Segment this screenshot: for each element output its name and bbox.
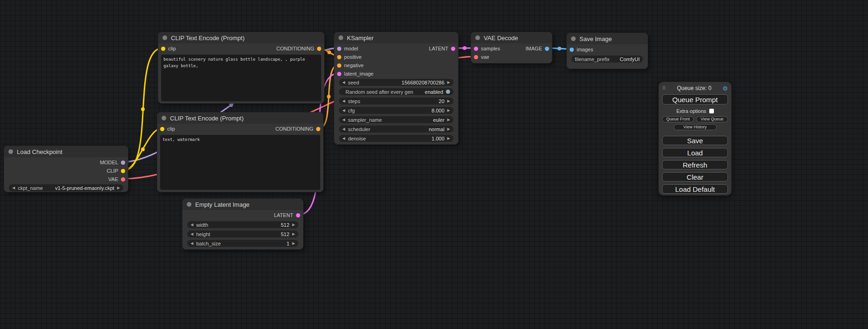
node-title: Save Image: [579, 35, 612, 42]
decrement-arrow-icon[interactable]: ◀: [342, 127, 345, 131]
clip-input-slot-dot[interactable]: [161, 47, 165, 51]
drag-handle-icon[interactable]: ⠿: [662, 86, 666, 91]
increment-arrow-icon[interactable]: ▶: [447, 99, 450, 103]
widget-value: normal: [429, 126, 445, 132]
decrement-arrow-icon[interactable]: ◀: [191, 242, 193, 245]
save-image-node[interactable]: Save Image images filename_prefix ComfyU…: [566, 33, 648, 69]
load-checkpoint-node[interactable]: Load Checkpoint MODEL CLIP VAE: [4, 146, 128, 192]
collapse-dot-icon[interactable]: [187, 202, 191, 207]
model-input-slot-dot[interactable]: [337, 47, 341, 51]
ksampler-title-bar[interactable]: KSampler: [334, 32, 458, 43]
widget-name: batch_size: [196, 241, 221, 246]
node-title: CLIP Text Encode (Prompt): [171, 35, 245, 42]
extra-options-checkbox[interactable]: [709, 109, 714, 113]
conditioning-output-slot-dot[interactable]: [316, 127, 320, 131]
increment-arrow-icon[interactable]: ▶: [447, 118, 450, 122]
latent-output-slot-dot[interactable]: [451, 47, 455, 51]
increment-arrow-icon[interactable]: ▶: [117, 186, 120, 190]
decrement-arrow-icon[interactable]: ◀: [191, 223, 193, 227]
clip-text-encode-negative-title-bar[interactable]: CLIP Text Encode (Prompt): [157, 112, 323, 124]
save-image-title-bar[interactable]: Save Image: [567, 33, 648, 44]
menu-panel: ⠿ Queue size: 0 ⚙ Queue Prompt Extra opt…: [658, 82, 732, 196]
collapse-dot-icon[interactable]: [475, 35, 480, 40]
steps-widget[interactable]: ◀ steps 20 ▶: [339, 98, 453, 105]
sampler-name-widget[interactable]: ◀ sampler_name euler ▶: [339, 116, 453, 123]
conditioning-output-slot-dot[interactable]: [317, 47, 321, 51]
node-graph-canvas[interactable]: Load Checkpoint MODEL CLIP VAE: [0, 0, 868, 329]
clip-text-encode-positive-node[interactable]: CLIP Text Encode (Prompt) clip CONDITION…: [158, 32, 325, 104]
seed-widget[interactable]: ◀ seed 156680208700286 ▶: [339, 79, 453, 86]
latent-image-input-slot-dot[interactable]: [337, 72, 341, 76]
latent-output-slot-dot[interactable]: [296, 213, 300, 217]
decrement-arrow-icon[interactable]: ◀: [191, 232, 193, 236]
load-default-button[interactable]: Load Default: [662, 184, 728, 194]
ksampler-node[interactable]: KSampler model LATENT positive negative: [334, 32, 459, 145]
collapse-dot-icon[interactable]: [571, 36, 576, 41]
view-queue-button[interactable]: View Queue: [696, 116, 728, 122]
clip-text-encode-positive-title-bar[interactable]: CLIP Text Encode (Prompt): [158, 32, 324, 43]
model-output-slot-dot[interactable]: [121, 161, 125, 165]
increment-arrow-icon[interactable]: ▶: [292, 242, 295, 245]
empty-latent-image-title-bar[interactable]: Empty Latent Image: [183, 199, 303, 210]
clip-text-encode-negative-node[interactable]: CLIP Text Encode (Prompt) clip CONDITION…: [157, 112, 324, 192]
samples-input-slot-dot[interactable]: [474, 47, 478, 51]
queue-prompt-button[interactable]: Queue Prompt: [662, 94, 728, 105]
clear-button[interactable]: Clear: [662, 172, 728, 182]
increment-arrow-icon[interactable]: ▶: [447, 109, 450, 112]
negative-input-slot-dot[interactable]: [337, 63, 341, 68]
vae-decode-node[interactable]: VAE Decode samples IMAGE vae: [471, 32, 552, 63]
clip-input-slot-dot[interactable]: [160, 127, 164, 131]
vae-input-slot-dot[interactable]: [474, 55, 478, 59]
ckpt-name-widget[interactable]: ◀ ckpt_name v1-5-pruned-emaonly.ckpt ▶: [9, 184, 123, 191]
filename-prefix-widget[interactable]: filename_prefix ComfyUI: [572, 56, 643, 63]
widget-name: ckpt_name: [18, 185, 43, 191]
increment-arrow-icon[interactable]: ▶: [447, 137, 450, 140]
decrement-arrow-icon[interactable]: ◀: [342, 118, 345, 122]
increment-arrow-icon[interactable]: ▶: [292, 223, 295, 227]
widget-value: enabled: [425, 89, 443, 95]
settings-gear-icon[interactable]: ⚙: [722, 85, 728, 91]
increment-arrow-icon[interactable]: ▶: [447, 127, 450, 131]
positive-input-slot-dot[interactable]: [337, 55, 341, 59]
save-button[interactable]: Save: [662, 136, 728, 145]
random-seed-toggle[interactable]: Random seed after every gen enabled: [339, 88, 453, 95]
images-input-slot-dot[interactable]: [570, 48, 574, 52]
denoise-widget[interactable]: ◀ denoise 1.000 ▶: [339, 135, 453, 142]
slot-row: latent_image: [334, 70, 458, 78]
node-title: Load Checkpoint: [17, 148, 63, 155]
decrement-arrow-icon[interactable]: ◀: [12, 186, 15, 190]
toggle-dot-icon[interactable]: [446, 90, 450, 94]
image-output-slot-dot[interactable]: [545, 47, 549, 51]
scheduler-widget[interactable]: ◀ scheduler normal ▶: [339, 126, 453, 133]
collapse-dot-icon[interactable]: [339, 35, 343, 40]
load-checkpoint-title-bar[interactable]: Load Checkpoint: [4, 146, 128, 157]
refresh-button[interactable]: Refresh: [662, 160, 728, 169]
vae-output-label: VAE: [108, 176, 118, 182]
decrement-arrow-icon[interactable]: ◀: [342, 109, 345, 112]
decrement-arrow-icon[interactable]: ◀: [342, 99, 345, 103]
width-widget[interactable]: ◀ width 512 ▶: [187, 221, 298, 228]
negative-prompt-textarea[interactable]: text, watermark: [160, 135, 320, 190]
load-button[interactable]: Load: [662, 148, 728, 157]
positive-prompt-textarea[interactable]: beautiful scenery nature glass bottle la…: [161, 55, 321, 101]
collapse-dot-icon[interactable]: [8, 149, 13, 154]
clip-output-slot-dot[interactable]: [121, 169, 125, 173]
height-widget[interactable]: ◀ height 512 ▶: [187, 231, 298, 238]
increment-arrow-icon[interactable]: ▶: [292, 232, 295, 236]
vae-decode-title-bar[interactable]: VAE Decode: [471, 32, 552, 43]
queue-front-button[interactable]: Queue Front: [662, 116, 694, 122]
wire-model-midpoint-dot: [229, 103, 233, 107]
decrement-arrow-icon[interactable]: ◀: [342, 81, 345, 84]
collapse-dot-icon[interactable]: [162, 35, 167, 40]
slot-row: CLIP: [4, 167, 128, 175]
view-history-button[interactable]: View History: [674, 124, 717, 130]
collapse-dot-icon[interactable]: [162, 116, 166, 120]
increment-arrow-icon[interactable]: ▶: [447, 81, 450, 84]
cfg-widget[interactable]: ◀ cfg 8.000 ▶: [339, 107, 453, 114]
widget-value: ComfyUI: [620, 56, 640, 62]
batch-size-widget[interactable]: ◀ batch_size 1 ▶: [187, 240, 298, 247]
decrement-arrow-icon[interactable]: ◀: [342, 137, 345, 140]
widget-name: filename_prefix: [575, 56, 610, 62]
empty-latent-image-node[interactable]: Empty Latent Image LATENT ◀ width 512 ▶ …: [182, 198, 303, 250]
vae-output-slot-dot[interactable]: [121, 177, 125, 182]
